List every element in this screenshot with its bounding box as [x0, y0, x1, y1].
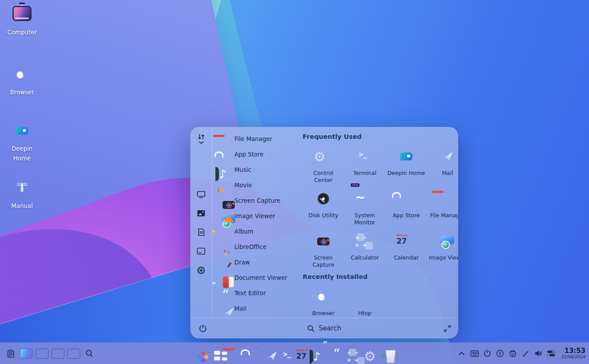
list-item-document-viewer[interactable]: Document Viewer: [219, 271, 293, 283]
taskbar-left: [6, 343, 94, 364]
manual-icon: [12, 179, 32, 198]
disk-utility-icon: [314, 189, 333, 209]
category-video-icon[interactable]: [197, 190, 206, 199]
shutdown-button[interactable]: [199, 324, 207, 333]
grid-app-terminal[interactable]: Terminal: [344, 144, 385, 186]
grid-app-calculator[interactable]: Calculator: [344, 228, 385, 271]
control-center-icon: [314, 147, 333, 167]
dock-file-manager-icon[interactable]: [228, 347, 242, 360]
grid-app-calendar[interactable]: MARCH27 Calendar: [385, 228, 427, 271]
list-item-album[interactable]: Album: [219, 225, 293, 237]
deepin-home-icon: [12, 122, 32, 141]
desktop-icon-deepin-home[interactable]: Deepin Home: [5, 122, 39, 163]
grid-app-file-manager[interactable]: File Manager: [427, 186, 458, 228]
list-item-file-manager[interactable]: File Manager: [219, 133, 293, 145]
desktop-icon-browser[interactable]: Browser: [5, 65, 39, 97]
taskbar-dock: MARCH27: [194, 343, 395, 364]
terminal-icon: [355, 147, 374, 167]
clock-datetime[interactable]: 13:53 22/08/2024: [561, 347, 585, 360]
list-item-movie[interactable]: Movie: [219, 179, 293, 191]
app-store-icon: [396, 189, 416, 209]
search-icon: [307, 325, 315, 332]
app-label: Image Viewer: [234, 212, 275, 219]
grid-app-app-store[interactable]: App Store: [385, 186, 427, 228]
grid-app-browser[interactable]: Browser: [303, 284, 344, 318]
list-item-libreoffice[interactable]: LibreOffice: [219, 241, 293, 253]
dock-app-store-icon[interactable]: [245, 347, 259, 360]
list-item-music[interactable]: Music: [219, 163, 293, 175]
app-label: Calendar: [394, 254, 419, 261]
tray-toggles-icon[interactable]: [547, 349, 556, 358]
dock-trash-icon[interactable]: [381, 347, 395, 360]
clipboard-icon[interactable]: [6, 349, 15, 358]
app-label: Draw: [234, 259, 250, 266]
tray-support-icon[interactable]: [508, 349, 517, 358]
tray-volume-icon[interactable]: [534, 349, 543, 358]
workspace-3[interactable]: [52, 349, 64, 359]
category-document-icon[interactable]: [197, 228, 206, 237]
grid-app-system-monitor[interactable]: CPU System Monitor: [344, 186, 385, 228]
category-system-icon[interactable]: [197, 266, 206, 275]
category-graphics-icon[interactable]: [197, 209, 206, 218]
workspace-1[interactable]: [20, 349, 33, 359]
app-label: Movie: [234, 182, 252, 189]
app-label: Text Editor: [234, 290, 266, 297]
dock-terminal-icon[interactable]: [279, 347, 293, 360]
workspace-2[interactable]: [36, 349, 48, 359]
tray-power-icon[interactable]: [483, 349, 492, 358]
app-label: Music: [234, 166, 251, 173]
section-title-recently-installed: Recently Installed: [303, 273, 456, 280]
tray-updates-arrow-icon[interactable]: [496, 349, 504, 358]
desktop-icon-computer[interactable]: Computer: [5, 5, 39, 37]
app-label: Disk Utility: [308, 212, 338, 219]
clock-date: 22/08/2024: [561, 355, 585, 360]
tray-collapse-chevron-icon[interactable]: [457, 349, 466, 358]
grid-app-mail[interactable]: Mail: [427, 144, 458, 186]
dock-control-center-icon[interactable]: [364, 347, 378, 360]
sort-mode-button[interactable]: [197, 134, 205, 144]
frequently-used-grid: Control Center Terminal Deepin Home Mail…: [303, 144, 456, 271]
grid-app-disk-utility[interactable]: Disk Utility: [303, 186, 344, 228]
category-terminal-icon[interactable]: [197, 247, 206, 256]
grand-search-icon[interactable]: [85, 349, 94, 358]
app-label: File Manager: [234, 135, 272, 142]
grid-app-htop[interactable]: Htop: [344, 284, 385, 318]
list-item-text-editor[interactable]: Text Editor: [219, 287, 293, 299]
app-store-icon: [219, 149, 230, 160]
grid-app-control-center[interactable]: Control Center: [303, 144, 344, 186]
dock-calendar-icon[interactable]: MARCH27: [296, 347, 310, 360]
desktop-icon-manual[interactable]: Manual: [5, 179, 39, 211]
file-manager-icon: [438, 189, 457, 209]
list-item-screen-capture[interactable]: Screen Capture: [219, 194, 293, 206]
desktop-icon-label: Computer: [7, 28, 37, 37]
app-label: Mail: [442, 170, 453, 177]
movie-icon: [219, 180, 230, 190]
list-item-mail[interactable]: Mail: [219, 302, 293, 314]
dock-launcher-icon[interactable]: [194, 347, 208, 360]
grid-app-image-viewer[interactable]: Image Viewer: [427, 228, 458, 271]
tray-pen-icon[interactable]: [521, 349, 530, 358]
list-item-draw[interactable]: Draw: [219, 256, 293, 268]
grid-app-deepin-home[interactable]: Deepin Home: [385, 144, 427, 186]
launcher-search-field[interactable]: Search: [307, 324, 341, 332]
app-label: Screen Capture: [304, 254, 342, 269]
workspace-4[interactable]: [67, 349, 80, 359]
list-item-app-store[interactable]: App Store: [219, 148, 293, 160]
tray-keyboard-icon[interactable]: [470, 349, 479, 358]
htop-icon: [355, 287, 374, 307]
calendar-icon: MARCH27: [396, 232, 416, 251]
expand-icon: [444, 325, 451, 332]
app-label: File Manager: [430, 212, 458, 219]
grid-app-screen-capture[interactable]: Screen Capture: [303, 228, 344, 271]
taskbar-tray: 13:53 22/08/2024: [457, 343, 585, 364]
dock-calculator-icon[interactable]: [347, 347, 361, 360]
screen-capture-icon: [314, 232, 333, 251]
fullscreen-expand-button[interactable]: [444, 325, 451, 332]
app-label: Deepin Home: [387, 170, 425, 177]
dock-text-editor-icon[interactable]: [330, 347, 344, 360]
chevron-down-icon: [199, 141, 204, 144]
sort-arrows-icon: [197, 134, 205, 141]
dock-mail-icon[interactable]: [262, 347, 276, 360]
document-viewer-icon: [219, 272, 230, 283]
desktop-icon-label: Deepin Home: [5, 144, 39, 163]
